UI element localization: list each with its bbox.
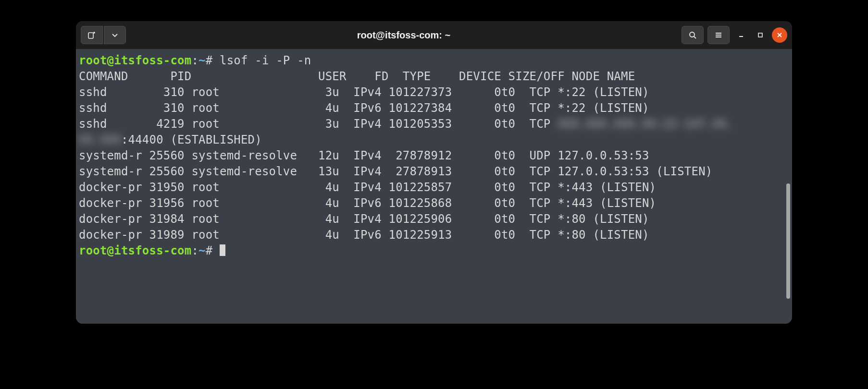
prompt-line: root@itsfoss-com:~#	[79, 243, 789, 259]
chevron-down-icon	[112, 32, 118, 38]
minimize-button[interactable]	[733, 27, 749, 43]
output-row: sshd 310 root 3u IPv4 101227373 0t0 TCP …	[79, 85, 789, 100]
search-button[interactable]	[682, 26, 704, 44]
search-icon	[688, 31, 697, 39]
terminal-content[interactable]: root@itsfoss-com:~# lsof -i -P -nCOMMAND…	[76, 49, 792, 324]
svg-rect-9	[758, 33, 762, 37]
output-row: sshd 4219 root 3u IPv4 101205353 0t0 TCP…	[79, 116, 789, 132]
prompt-separator: :	[191, 54, 198, 67]
cursor	[220, 244, 225, 256]
output-row-wrap: XX.XXX:44400 (ESTABLISHED)	[79, 132, 789, 148]
titlebar-right	[682, 26, 787, 44]
redacted-ip: XXX.XXX.XXX.XX:22-147.XX.	[558, 117, 733, 131]
output-row: docker-pr 31956 root 4u IPv6 101225868 0…	[79, 195, 789, 211]
prompt-separator: :	[191, 244, 198, 257]
new-tab-button[interactable]	[81, 26, 103, 44]
tab-dropdown-button[interactable]	[104, 26, 126, 44]
command-line: root@itsfoss-com:~# lsof -i -P -n	[79, 53, 789, 69]
titlebar-left	[81, 26, 126, 44]
prompt-user-host: root@itsfoss-com	[79, 244, 191, 257]
prompt-path: ~	[198, 244, 206, 257]
redacted-ip: XX.XXX	[79, 133, 121, 146]
prompt-user-host: root@itsfoss-com	[79, 54, 191, 67]
prompt-symbol: #	[206, 244, 213, 257]
output-row: systemd-r 25560 systemd-resolve 12u IPv4…	[79, 148, 789, 164]
output-row: sshd 310 root 4u IPv6 101227384 0t0 TCP …	[79, 100, 789, 116]
output-header: COMMAND PID USER FD TYPE DEVICE SIZE/OFF…	[79, 69, 789, 85]
hamburger-icon	[714, 31, 723, 39]
svg-rect-0	[88, 33, 93, 38]
output-row: docker-pr 31989 root 4u IPv6 101225913 0…	[79, 227, 789, 243]
output-row: systemd-r 25560 systemd-resolve 13u IPv4…	[79, 164, 789, 180]
output-row: docker-pr 31950 root 4u IPv4 101225857 0…	[79, 180, 789, 195]
minimize-icon	[738, 32, 744, 38]
scrollbar[interactable]	[786, 183, 790, 299]
svg-point-3	[690, 32, 694, 37]
window-title: root@itsfoss-com: ~	[130, 30, 678, 41]
command-text: lsof -i -P -n	[220, 54, 311, 67]
svg-line-4	[694, 36, 696, 38]
menu-button[interactable]	[707, 26, 730, 44]
close-button[interactable]	[772, 27, 787, 43]
prompt-symbol: #	[206, 54, 213, 67]
maximize-icon	[757, 32, 764, 38]
output-row: docker-pr 31984 root 4u IPv4 101225906 0…	[79, 211, 789, 227]
titlebar: root@itsfoss-com: ~	[76, 21, 792, 49]
maximize-button[interactable]	[753, 27, 768, 43]
prompt-path: ~	[198, 54, 206, 67]
terminal-window: root@itsfoss-com: ~	[76, 21, 792, 324]
new-tab-icon	[87, 30, 97, 40]
close-icon	[776, 32, 783, 38]
